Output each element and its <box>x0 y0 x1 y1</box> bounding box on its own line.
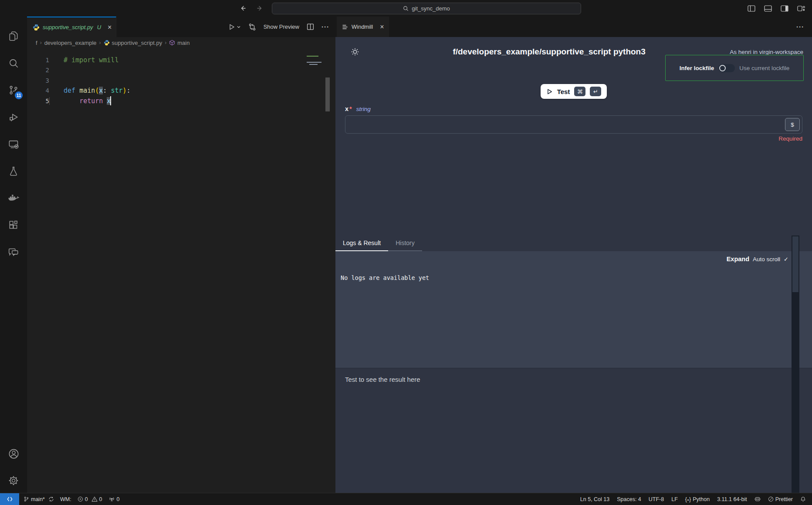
tab-history[interactable]: History <box>388 236 422 251</box>
python-file-icon <box>33 24 40 31</box>
code-editor[interactable]: 1# import wmill234def main(x: str):5 ret… <box>27 48 335 493</box>
accounts-icon[interactable] <box>0 441 27 468</box>
breadcrumb-file[interactable]: supportive_script.py <box>104 40 162 46</box>
git-branch-status[interactable]: main* <box>24 496 54 502</box>
tab-close-icon[interactable]: × <box>108 24 112 31</box>
editor-more-actions-icon[interactable]: ··· <box>321 23 329 30</box>
command-center-search[interactable]: git_sync_demo <box>272 3 581 14</box>
panel-scrollbar[interactable] <box>792 236 799 493</box>
branch-icon <box>24 496 29 502</box>
navigate-back-button[interactable] <box>239 4 247 13</box>
minimap[interactable] <box>307 56 324 66</box>
tab-logs-result[interactable]: Logs & Result <box>335 236 388 251</box>
argument-input[interactable]: $ <box>345 115 802 134</box>
editor-scrollbar-thumb[interactable] <box>325 77 330 111</box>
line-number: 1 <box>27 57 49 64</box>
open-changes-icon[interactable] <box>248 23 256 31</box>
extension-status[interactable] <box>754 496 761 502</box>
extensions-icon[interactable] <box>0 212 27 239</box>
breadcrumb-symbol[interactable]: main <box>169 40 189 46</box>
windmill-form-section: f/developers_example/supportive_script p… <box>335 37 812 236</box>
toggle-panel-icon[interactable] <box>764 5 772 12</box>
code-text: def main(x: str): <box>49 87 131 94</box>
toggle-knob <box>719 65 726 71</box>
cursor-position-status[interactable]: Ln 5, Col 13 <box>580 496 609 502</box>
panel-scrollbar-thumb[interactable] <box>792 236 798 292</box>
code-line[interactable]: 2 <box>27 65 335 76</box>
problems-status[interactable]: 0 0 <box>78 496 102 502</box>
editor-group: supportive_script.py U × Show Preview ··… <box>27 17 335 493</box>
settings-gear-icon[interactable] <box>0 468 27 493</box>
slash-circle-icon <box>768 496 774 502</box>
source-control-icon[interactable]: 11 <box>0 77 27 104</box>
tab-windmill[interactable]: Windmill × <box>337 17 389 37</box>
arrow-left-icon <box>240 5 247 12</box>
code-line[interactable]: 1# import wmill <box>27 55 335 65</box>
search-icon <box>403 6 409 11</box>
python-interpreter-status[interactable]: 3.11.1 64-bit <box>717 496 747 502</box>
windmill-panel-group: Windmill × ··· f/developers_example/supp… <box>335 17 812 493</box>
logs-section: Logs & Result History Expand Auto scroll… <box>335 236 812 368</box>
split-editor-icon[interactable] <box>307 23 314 30</box>
windmill-tab-label: Windmill <box>352 24 373 30</box>
encoding-status[interactable]: UTF-8 <box>649 496 664 502</box>
line-number: 3 <box>27 77 49 84</box>
breadcrumb-folder[interactable]: developers_example <box>44 40 97 46</box>
line-number: 4 <box>27 87 49 94</box>
expand-button[interactable]: Expand <box>727 256 749 263</box>
testing-icon[interactable] <box>0 158 27 185</box>
language-mode-status[interactable]: {} Python <box>685 496 710 502</box>
wm-status[interactable]: WM: <box>60 496 71 502</box>
code-line[interactable]: 3 <box>27 75 335 86</box>
code-text: return x <box>49 97 111 105</box>
windmill-webview: f/developers_example/supportive_script p… <box>335 37 812 493</box>
infer-lockfile-label: Infer lockfile <box>680 65 714 71</box>
robot-icon <box>754 496 761 502</box>
remote-indicator[interactable] <box>0 493 19 505</box>
docker-icon[interactable] <box>0 185 27 212</box>
run-python-file-button[interactable] <box>228 24 241 30</box>
code-line[interactable]: 4def main(x: str): <box>27 86 335 96</box>
toggle-secondary-sidebar-icon[interactable] <box>781 5 788 12</box>
lockfile-toggle[interactable] <box>718 64 735 72</box>
arrow-right-icon <box>256 5 263 12</box>
kbd-cmd: ⌘ <box>574 87 585 96</box>
error-icon <box>78 496 83 502</box>
ports-status[interactable]: 0 <box>108 496 120 502</box>
prettier-status[interactable]: Prettier <box>768 496 793 502</box>
indentation-status[interactable]: Spaces: 4 <box>617 496 641 502</box>
kbd-enter: ↵ <box>590 87 601 96</box>
windmill-tab-close-icon[interactable]: × <box>380 24 384 30</box>
remote-explorer-icon[interactable] <box>0 131 27 158</box>
search-text: git_sync_demo <box>412 5 450 12</box>
scm-badge: 11 <box>15 91 23 99</box>
notifications-status[interactable] <box>800 496 806 502</box>
test-button-label: Test <box>557 88 570 95</box>
tab-supportive-script[interactable]: supportive_script.py U × <box>27 17 116 37</box>
editor-tab-bar: supportive_script.py U × Show Preview ··… <box>27 17 335 37</box>
search-sidebar-icon[interactable] <box>0 50 27 77</box>
use-current-lockfile-label: Use current lockfile <box>739 65 789 71</box>
toggle-primary-sidebar-icon[interactable] <box>748 5 755 12</box>
result-section: Test to see the result here <box>335 368 812 493</box>
customize-layout-icon[interactable] <box>797 5 805 12</box>
workspace-context: As henri in virgin-workspace <box>730 49 803 55</box>
required-message: Required <box>345 135 802 142</box>
run-debug-icon[interactable] <box>0 104 27 131</box>
windmill-more-actions-icon[interactable]: ··· <box>796 23 804 30</box>
windmill-tab-bar: Windmill × ··· <box>335 17 812 37</box>
show-preview-button[interactable]: Show Preview <box>264 24 299 30</box>
test-button[interactable]: Test ⌘ ↵ <box>541 84 607 99</box>
dollar-variable-button[interactable]: $ <box>785 118 800 131</box>
theme-sun-icon[interactable] <box>350 47 360 57</box>
eol-status[interactable]: LF <box>671 496 678 502</box>
autoscroll-toggle[interactable]: Auto scroll <box>753 256 780 263</box>
code-line[interactable]: 5 return x <box>27 96 335 106</box>
navigate-forward-button[interactable] <box>255 4 264 13</box>
comments-icon[interactable] <box>0 239 27 266</box>
explorer-icon[interactable] <box>0 23 27 50</box>
breadcrumb-root[interactable]: f <box>36 40 37 46</box>
status-bar: main* WM: 0 0 0 Ln 5, Col 13 Spaces: 4 U… <box>0 493 812 505</box>
argument-type: string <box>356 106 371 112</box>
logs-tabs: Logs & Result History <box>335 236 812 251</box>
